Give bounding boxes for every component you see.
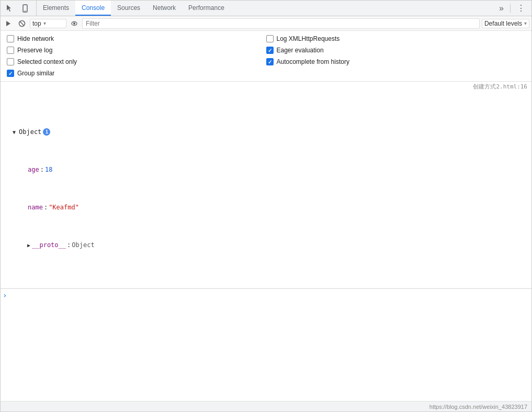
- tab-elements[interactable]: Elements: [37, 1, 75, 16]
- autocomplete-setting[interactable]: Autocomplete from history: [266, 58, 526, 65]
- devtools-panel: Elements Console Sources Network Perform…: [0, 0, 532, 412]
- svg-line-3: [20, 21, 24, 26]
- log-xml-label: Log XMLHttpRequests: [277, 35, 340, 42]
- selected-context-label: Selected context only: [17, 58, 77, 65]
- proto-colon: :: [67, 241, 71, 249]
- entry-location[interactable]: 创建方式2.html:16: [471, 82, 531, 288]
- object-label: Object: [19, 128, 41, 136]
- status-bar: https://blog.csdn.net/weixin_43823917: [1, 401, 531, 411]
- status-url: https://blog.csdn.net/weixin_43823917: [429, 404, 527, 410]
- settings-left-col: Hide network Preserve log Selected conte…: [7, 35, 266, 77]
- cursor-icon[interactable]: [3, 3, 16, 14]
- hide-network-setting[interactable]: Hide network: [7, 35, 266, 42]
- tab-console[interactable]: Console: [75, 1, 111, 16]
- mobile-icon[interactable]: [18, 3, 32, 14]
- prompt-icon: ›: [3, 291, 7, 299]
- tabs-container: Elements Console Sources Network Perform…: [37, 1, 495, 16]
- name-colon: :: [44, 204, 48, 211]
- console-toolbar: top ▾ Default levels ▾: [1, 16, 531, 31]
- console-output: Object 1 age : 18 name : "Keafmd": [1, 82, 531, 401]
- object-badge: 1: [43, 128, 50, 136]
- tab-network[interactable]: Network: [146, 1, 182, 16]
- hide-network-checkbox[interactable]: [7, 35, 14, 42]
- settings-right-col: Log XMLHttpRequests Eager evaluation Aut…: [266, 35, 526, 77]
- filter-input[interactable]: [82, 18, 480, 29]
- name-property-line[interactable]: name : "Keafmd": [11, 203, 469, 211]
- toolbar-icons: [3, 1, 37, 16]
- autocomplete-checkbox[interactable]: [266, 58, 274, 65]
- eager-eval-checkbox[interactable]: [266, 47, 274, 54]
- proto-key: __proto__: [32, 241, 66, 249]
- log-xml-setting[interactable]: Log XMLHttpRequests: [266, 35, 526, 42]
- age-value: 18: [45, 166, 52, 173]
- preserve-log-label: Preserve log: [17, 47, 52, 54]
- age-colon: :: [40, 166, 44, 173]
- group-similar-setting[interactable]: Group similar: [7, 70, 266, 77]
- name-value: "Keafmd": [49, 204, 79, 211]
- default-levels-dropdown[interactable]: Default levels ▾: [482, 19, 529, 28]
- hide-network-label: Hide network: [17, 35, 54, 42]
- entry-gutter: [1, 82, 9, 288]
- console-entry-object: Object 1 age : 18 name : "Keafmd": [1, 82, 531, 288]
- eager-eval-label: Eager evaluation: [277, 47, 324, 54]
- log-xml-checkbox[interactable]: [266, 35, 274, 42]
- clear-console-button[interactable]: [16, 18, 28, 29]
- age-key: age: [28, 166, 39, 173]
- object-tree: Object 1 age : 18 name : "Keafmd": [11, 97, 469, 272]
- object-header-line[interactable]: Object 1: [11, 128, 469, 136]
- name-key: name: [28, 204, 43, 211]
- entry-content: Object 1 age : 18 name : "Keafmd": [9, 82, 471, 288]
- proto-expand-arrow[interactable]: [26, 242, 32, 248]
- object-expand-arrow[interactable]: [11, 129, 17, 135]
- svg-rect-1: [25, 10, 26, 11]
- tab-sources[interactable]: Sources: [111, 1, 146, 16]
- selected-context-checkbox[interactable]: [7, 58, 14, 65]
- console-prompt-line[interactable]: ›: [1, 288, 531, 302]
- console-settings-panel: Hide network Preserve log Selected conte…: [1, 31, 531, 82]
- preserve-log-setting[interactable]: Preserve log: [7, 47, 266, 54]
- svg-point-5: [73, 23, 75, 25]
- tab-performance[interactable]: Performance: [182, 1, 231, 16]
- group-similar-label: Group similar: [17, 70, 54, 77]
- tab-bar: Elements Console Sources Network Perform…: [1, 1, 531, 16]
- eager-eval-setting[interactable]: Eager evaluation: [266, 47, 526, 54]
- preserve-log-checkbox[interactable]: [7, 47, 14, 54]
- context-selector[interactable]: top ▾: [30, 19, 66, 28]
- devtools-settings-button[interactable]: ⋮: [513, 3, 529, 13]
- proto-property-line[interactable]: __proto__ : Object: [11, 241, 469, 249]
- autocomplete-label: Autocomplete from history: [277, 58, 349, 65]
- proto-type: Object: [72, 241, 94, 249]
- selected-context-setting[interactable]: Selected context only: [7, 58, 266, 65]
- group-similar-checkbox[interactable]: [7, 70, 14, 77]
- more-tabs-button[interactable]: »: [495, 4, 508, 13]
- age-property-line[interactable]: age : 18: [11, 165, 469, 174]
- execute-button[interactable]: [3, 18, 14, 29]
- eye-button[interactable]: [69, 18, 80, 29]
- divider: [510, 4, 511, 13]
